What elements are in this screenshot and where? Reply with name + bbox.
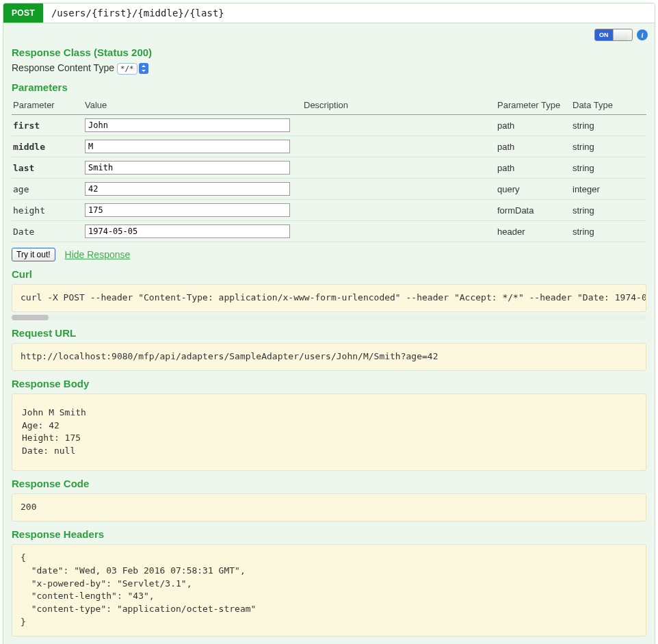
method-badge: POST: [3, 3, 43, 23]
operation-header[interactable]: POST /users/{first}/{middle}/{last}: [3, 3, 655, 23]
param-name: age: [12, 179, 83, 200]
content-type-row: Response Content Type */*: [12, 62, 646, 75]
toggle-knob: [613, 29, 628, 40]
table-row: lastpathstring: [12, 157, 646, 179]
param-description: [302, 157, 496, 179]
th-value: Value: [83, 97, 302, 115]
param-input-first[interactable]: [85, 118, 290, 132]
param-description: [302, 179, 496, 200]
parameters-table: Parameter Value Description Parameter Ty…: [12, 97, 646, 242]
response-class-heading: Response Class (Status 200): [12, 47, 646, 58]
th-description: Description: [302, 97, 496, 115]
content-type-label: Response Content Type: [12, 62, 114, 73]
response-body-block[interactable]: John M Smith Age: 42 Height: 175 Date: n…: [12, 394, 646, 471]
operation-container: POST /users/{first}/{middle}/{last} ON i…: [3, 3, 655, 644]
table-row: middlepathstring: [12, 136, 646, 157]
param-type: header: [496, 221, 571, 242]
response-code-block[interactable]: 200: [12, 493, 646, 521]
request-url-heading: Request URL: [12, 327, 646, 339]
param-input-last[interactable]: [85, 161, 290, 175]
param-data-type: string: [571, 115, 646, 136]
param-value-cell: [83, 136, 302, 157]
param-type: path: [496, 136, 571, 157]
param-description: [302, 115, 496, 136]
table-row: heightformDatastring: [12, 200, 646, 221]
table-row: Dateheaderstring: [12, 221, 646, 242]
param-type: path: [496, 157, 571, 179]
parameters-heading: Parameters: [12, 81, 646, 93]
param-data-type: string: [571, 200, 646, 221]
response-headers-heading: Response Headers: [12, 528, 646, 540]
table-row: agequeryinteger: [12, 179, 646, 200]
try-it-out-button[interactable]: Try it out!: [12, 248, 55, 261]
param-data-type: string: [571, 136, 646, 157]
param-description: [302, 221, 496, 242]
content-type-select[interactable]: */*: [117, 63, 137, 75]
operation-body: ON i Response Class (Status 200) Respons…: [3, 23, 655, 644]
request-url-block[interactable]: http://localhost:9080/mfp/api/adapters/S…: [12, 343, 646, 371]
param-name: first: [12, 115, 83, 136]
param-input-middle[interactable]: [85, 140, 290, 153]
curl-heading: Curl: [12, 268, 646, 280]
param-name: Date: [12, 221, 83, 242]
param-name: middle: [12, 136, 83, 157]
param-value-cell: [83, 221, 302, 242]
select-arrows-icon[interactable]: [139, 63, 148, 74]
th-data-type: Data Type: [571, 97, 646, 115]
table-row: firstpathstring: [12, 115, 646, 136]
param-type: formData: [496, 200, 571, 221]
param-input-age[interactable]: [85, 182, 290, 196]
auth-toggle[interactable]: ON: [594, 29, 633, 41]
toggle-on-label: ON: [595, 29, 613, 40]
content-type-value: */*: [120, 64, 134, 73]
param-name: last: [12, 157, 83, 179]
response-code-heading: Response Code: [12, 478, 646, 489]
param-description: [302, 136, 496, 157]
param-data-type: integer: [571, 179, 646, 200]
param-value-cell: [83, 115, 302, 136]
param-name: height: [12, 200, 83, 221]
actions-row: Try it out! Hide Response: [12, 248, 646, 261]
hide-response-link[interactable]: Hide Response: [65, 249, 131, 260]
th-parameter-type: Parameter Type: [496, 97, 571, 115]
response-body-heading: Response Body: [12, 378, 646, 389]
param-data-type: string: [571, 221, 646, 242]
param-value-cell: [83, 200, 302, 221]
param-type: query: [496, 179, 571, 200]
param-data-type: string: [571, 157, 646, 179]
auth-toggle-row: ON i: [594, 29, 648, 41]
curl-wrap: curl -X POST --header "Content-Type: app…: [12, 284, 646, 320]
curl-block[interactable]: curl -X POST --header "Content-Type: app…: [12, 284, 646, 312]
response-headers-block[interactable]: { "date": "Wed, 03 Feb 2016 07:58:31 GMT…: [12, 544, 646, 636]
operation-path: /users/{first}/{middle}/{last}: [43, 3, 233, 23]
param-input-height[interactable]: [85, 203, 290, 217]
curl-scrollbar-track[interactable]: [12, 315, 646, 320]
param-description: [302, 200, 496, 221]
curl-scrollbar-thumb[interactable]: [12, 315, 49, 320]
param-input-date[interactable]: [85, 224, 290, 238]
info-icon[interactable]: i: [637, 29, 648, 40]
param-type: path: [496, 115, 571, 136]
param-value-cell: [83, 179, 302, 200]
th-parameter: Parameter: [12, 97, 83, 115]
param-value-cell: [83, 157, 302, 179]
